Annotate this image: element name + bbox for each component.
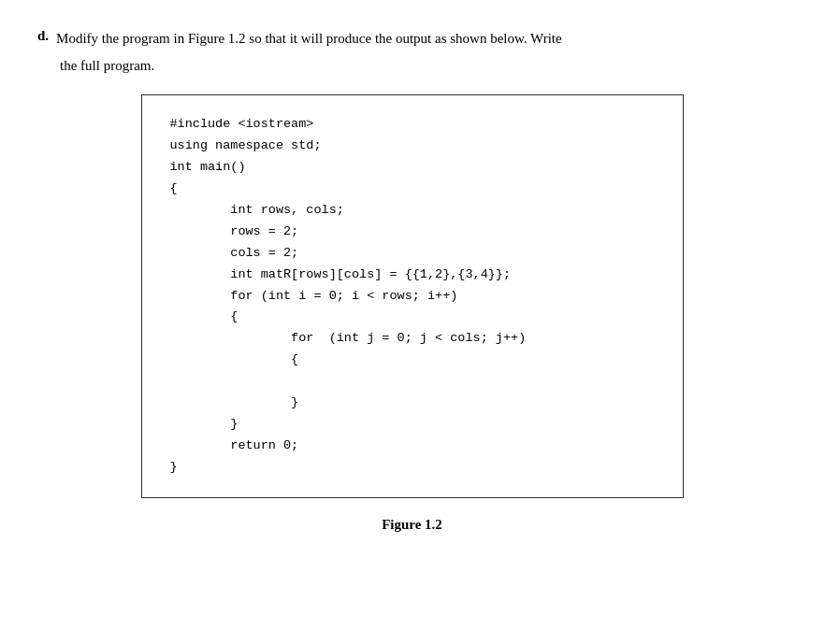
figure-caption: Figure 1.2 xyxy=(37,517,787,533)
code-block: #include <iostream> using namespace std;… xyxy=(170,114,655,479)
question-letter: d. xyxy=(37,28,49,44)
question-text: Modify the program in Figure 1.2 so that… xyxy=(56,28,562,50)
question-header: d. Modify the program in Figure 1.2 so t… xyxy=(37,28,787,50)
question-continuation: the full program. xyxy=(60,55,787,77)
code-container: #include <iostream> using namespace std;… xyxy=(141,94,684,498)
